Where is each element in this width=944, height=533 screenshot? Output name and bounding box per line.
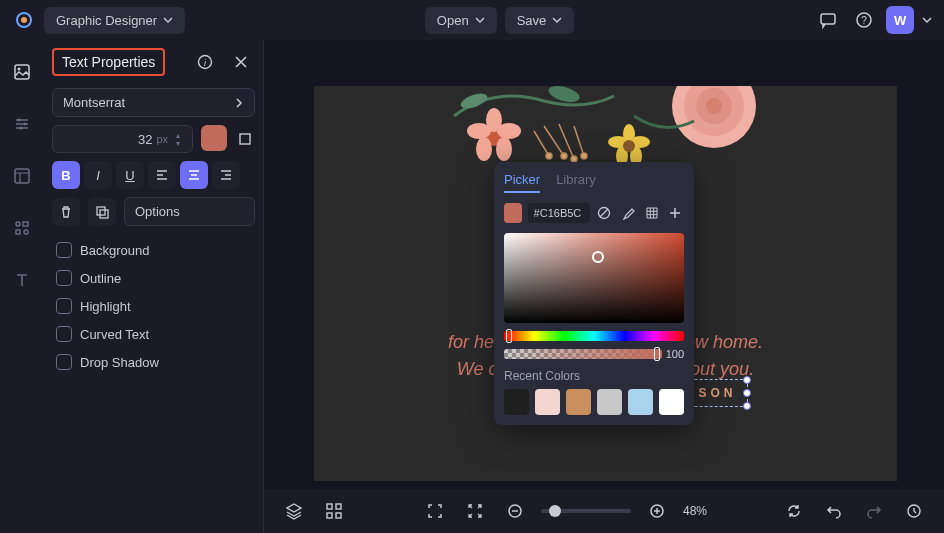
open-button[interactable]: Open (425, 7, 497, 34)
color-more-icon[interactable] (235, 125, 255, 153)
recent-colors (504, 389, 684, 415)
svg-rect-10 (15, 169, 29, 183)
checkbox-icon (56, 354, 72, 370)
recent-colors-label: Recent Colors (504, 369, 684, 383)
zoom-in-icon[interactable] (643, 497, 671, 525)
recent-color-swatch[interactable] (597, 389, 622, 415)
size-down-icon[interactable]: ▾ (172, 139, 184, 147)
chevron-down-icon (475, 15, 485, 25)
canvas-area[interactable]: Picker Library 100 Recent Colors (264, 40, 944, 533)
hex-input[interactable] (528, 203, 590, 223)
svg-rect-45 (336, 504, 341, 509)
resize-handle[interactable] (743, 376, 751, 384)
recent-color-swatch[interactable] (566, 389, 591, 415)
checkbox-icon (56, 270, 72, 286)
avatar[interactable]: W (886, 6, 914, 34)
eyedropper-icon[interactable] (619, 203, 637, 223)
history-icon[interactable] (900, 497, 928, 525)
svg-point-27 (497, 123, 521, 139)
grid-icon[interactable] (643, 203, 661, 223)
info-icon[interactable]: i (191, 48, 219, 76)
svg-rect-19 (100, 210, 108, 218)
svg-point-11 (16, 222, 20, 226)
svg-point-36 (623, 140, 635, 152)
svg-rect-2 (821, 14, 835, 24)
no-color-icon[interactable] (596, 203, 614, 223)
resize-handle[interactable] (743, 402, 751, 410)
svg-rect-44 (327, 504, 332, 509)
iconbar (0, 40, 44, 533)
app-logo[interactable] (12, 8, 36, 32)
alpha-value: 100 (666, 348, 684, 360)
svg-rect-47 (336, 513, 341, 518)
italic-button[interactable]: I (84, 161, 112, 189)
align-left-icon[interactable] (148, 161, 176, 189)
check-highlight[interactable]: Highlight (52, 292, 255, 320)
alpha-slider[interactable] (504, 349, 662, 359)
sliders-icon[interactable] (8, 110, 36, 138)
text-icon[interactable] (8, 266, 36, 294)
underline-button[interactable]: U (116, 161, 144, 189)
bold-button[interactable]: B (52, 161, 80, 189)
zoom-thumb (549, 505, 561, 517)
undo-icon[interactable] (820, 497, 848, 525)
align-right-icon[interactable] (212, 161, 240, 189)
redo-icon[interactable] (860, 497, 888, 525)
check-background[interactable]: Background (52, 236, 255, 264)
tab-library[interactable]: Library (556, 172, 596, 193)
svg-point-30 (467, 123, 491, 139)
svg-point-9 (20, 127, 23, 130)
recent-color-swatch[interactable] (504, 389, 529, 415)
alpha-handle (654, 347, 660, 361)
elements-icon[interactable] (8, 214, 36, 242)
check-outline[interactable]: Outline (52, 264, 255, 292)
refresh-icon[interactable] (780, 497, 808, 525)
topbar: Graphic Designer Open Save ? W (0, 0, 944, 40)
svg-rect-13 (16, 230, 20, 234)
plus-icon[interactable] (666, 203, 684, 223)
size-value: 32 (138, 132, 152, 147)
templates-icon[interactable] (8, 162, 36, 190)
recent-color-swatch[interactable] (535, 389, 560, 415)
chat-icon[interactable] (814, 6, 842, 34)
layers-icon[interactable] (280, 497, 308, 525)
checkbox-icon (56, 326, 72, 342)
options-button[interactable]: Options (124, 197, 255, 226)
color-picker-popover: Picker Library 100 Recent Colors (494, 162, 694, 425)
svg-point-14 (24, 230, 28, 234)
grid-view-icon[interactable] (320, 497, 348, 525)
close-icon[interactable] (227, 48, 255, 76)
svg-point-7 (18, 119, 21, 122)
duplicate-icon[interactable] (88, 198, 116, 226)
help-icon[interactable]: ? (850, 6, 878, 34)
svg-point-29 (476, 137, 492, 161)
checkbox-icon (56, 242, 72, 258)
hue-slider[interactable] (504, 331, 684, 341)
font-name: Montserrat (63, 95, 125, 110)
mode-select[interactable]: Graphic Designer (44, 7, 185, 34)
recent-color-swatch[interactable] (659, 389, 684, 415)
size-unit: px (156, 133, 168, 145)
svg-text:?: ? (861, 15, 867, 26)
font-select[interactable]: Montserrat (52, 88, 255, 117)
tab-picker[interactable]: Picker (504, 172, 540, 193)
svg-point-24 (706, 98, 722, 114)
recent-color-swatch[interactable] (628, 389, 653, 415)
chevron-down-icon[interactable] (922, 15, 932, 25)
fit-screen-icon[interactable] (421, 497, 449, 525)
check-drop-shadow[interactable]: Drop Shadow (52, 348, 255, 376)
zoom-out-icon[interactable] (501, 497, 529, 525)
check-curved-text[interactable]: Curved Text (52, 320, 255, 348)
text-color-swatch[interactable] (201, 125, 227, 151)
font-size-input[interactable]: 32 px ▴▾ (52, 125, 193, 153)
resize-handle[interactable] (743, 389, 751, 397)
save-button[interactable]: Save (505, 7, 575, 34)
saturation-lightness-picker[interactable] (504, 233, 684, 323)
mode-label: Graphic Designer (56, 13, 157, 28)
image-icon[interactable] (8, 58, 36, 86)
align-center-icon[interactable] (180, 161, 208, 189)
panel-title: Text Properties (52, 48, 165, 76)
fullscreen-icon[interactable] (461, 497, 489, 525)
zoom-slider[interactable] (541, 509, 631, 513)
delete-icon[interactable] (52, 198, 80, 226)
